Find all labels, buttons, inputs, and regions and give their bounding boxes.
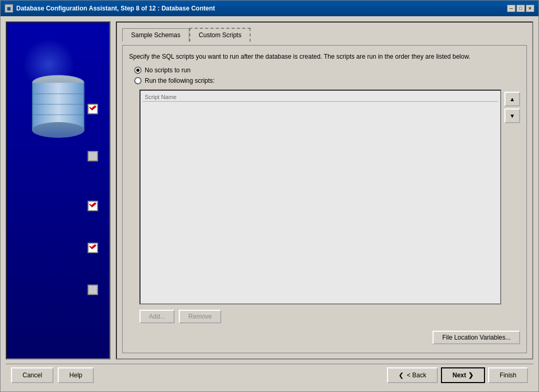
- checkbox-1[interactable]: [88, 104, 98, 114]
- scripts-list: Script Name: [139, 90, 501, 304]
- radio-group: No scripts to run Run the following scri…: [134, 67, 520, 84]
- radio-run-scripts-label: Run the following scripts:: [145, 77, 214, 84]
- tab-content: Specify the SQL scripts you want to run …: [122, 45, 527, 353]
- next-button[interactable]: Next ❯: [441, 367, 485, 383]
- back-arrow-icon: ❮: [398, 372, 404, 379]
- finish-button[interactable]: Finish: [488, 367, 528, 383]
- back-label: < Back: [407, 372, 426, 379]
- remove-button[interactable]: Remove: [179, 310, 221, 323]
- tab-custom-scripts[interactable]: Custom Scripts: [189, 28, 251, 42]
- tab-bar: Sample Schemas Custom Scripts: [122, 28, 527, 41]
- cylinder-bottom: [32, 122, 84, 138]
- description-text: Specify the SQL scripts you want to run …: [129, 52, 520, 61]
- radio-no-scripts-input[interactable]: [134, 67, 142, 74]
- checkbox-3[interactable]: [88, 201, 98, 211]
- checkbox-5[interactable]: [88, 285, 98, 295]
- help-button[interactable]: Help: [58, 367, 94, 383]
- bottom-bar: Cancel Help ❮ < Back Next ❯ Finish: [6, 364, 533, 386]
- main-area: Sample Schemas Custom Scripts Specify th…: [6, 21, 533, 360]
- right-panel: Sample Schemas Custom Scripts Specify th…: [116, 21, 533, 360]
- window-icon: ▦: [5, 4, 13, 13]
- back-button[interactable]: ❮ < Back: [387, 367, 438, 383]
- move-down-button[interactable]: ▼: [504, 108, 520, 123]
- bottom-right-buttons: ❮ < Back Next ❯ Finish: [387, 367, 528, 383]
- file-location-button[interactable]: File Location Variables...: [433, 331, 520, 344]
- maximize-button[interactable]: □: [516, 5, 525, 12]
- scripts-actions: Add... Remove: [139, 310, 520, 323]
- move-up-button[interactable]: ▲: [504, 92, 520, 106]
- radio-no-scripts-label: No scripts to run: [145, 67, 190, 74]
- radio-no-scripts[interactable]: No scripts to run: [134, 67, 520, 74]
- database-icon: [32, 75, 84, 138]
- checkbox-2[interactable]: [88, 151, 98, 161]
- scripts-list-header: Script Name: [143, 93, 498, 102]
- window-title: Database Configuration Assistant, Step 8…: [16, 5, 504, 12]
- window-controls: ─ □ ✕: [507, 5, 534, 12]
- title-bar: ▦ Database Configuration Assistant, Step…: [1, 1, 538, 16]
- tab-sample-schemas[interactable]: Sample Schemas: [122, 28, 189, 41]
- cancel-button[interactable]: Cancel: [11, 367, 53, 383]
- add-button[interactable]: Add...: [139, 310, 175, 323]
- bottom-left-buttons: Cancel Help: [11, 367, 94, 383]
- minimize-button[interactable]: ─: [507, 5, 515, 12]
- left-panel-inner: [7, 23, 110, 358]
- scripts-container: Script Name ▲ ▼: [139, 90, 520, 304]
- window-content: Sample Schemas Custom Scripts Specify th…: [1, 16, 538, 391]
- checkbox-4[interactable]: [88, 243, 98, 253]
- scripts-section: Script Name ▲ ▼: [139, 90, 520, 323]
- close-button[interactable]: ✕: [526, 5, 534, 12]
- main-window: ▦ Database Configuration Assistant, Step…: [0, 0, 539, 392]
- next-label: Next: [452, 372, 466, 379]
- radio-run-scripts-input[interactable]: [134, 77, 142, 84]
- next-arrow-icon: ❯: [468, 372, 473, 379]
- radio-run-scripts[interactable]: Run the following scripts:: [134, 77, 520, 84]
- scripts-arrows: ▲ ▼: [504, 90, 520, 304]
- left-panel: [6, 21, 111, 360]
- file-location-area: File Location Variables...: [129, 329, 520, 346]
